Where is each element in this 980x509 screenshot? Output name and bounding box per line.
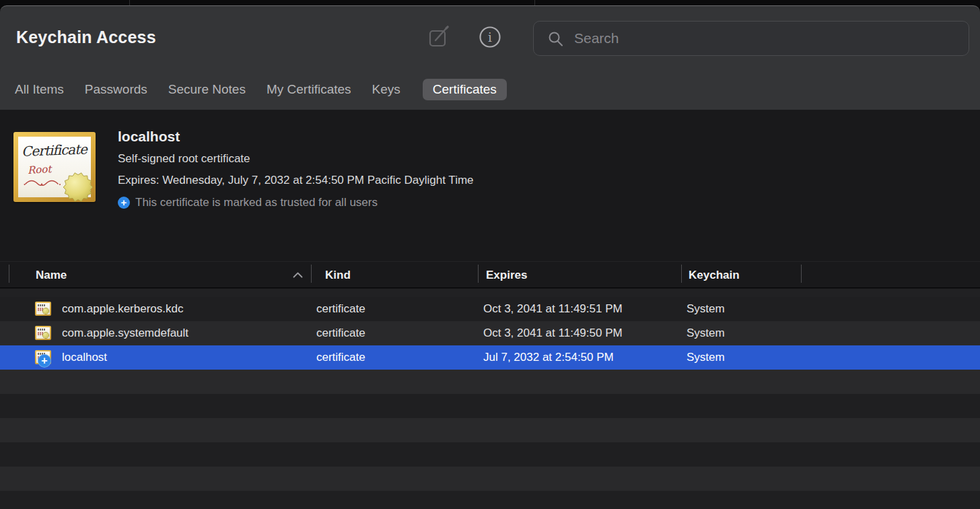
- certificate-root-icon: Certificate Root: [13, 132, 96, 202]
- desktop-background-strip: [0, 0, 980, 5]
- empty-list-stripe: [0, 467, 980, 491]
- certificate-icon-detail: [38, 329, 45, 331]
- cell-name: com.apple.systemdefault: [62, 321, 188, 345]
- cell-kind: certificate: [316, 297, 365, 321]
- cell-name: localhost: [62, 345, 107, 370]
- tab-certificates[interactable]: Certificates: [423, 79, 507, 100]
- content-area: Certificate Root: [0, 110, 980, 509]
- tab-keys[interactable]: Keys: [372, 79, 400, 100]
- seal-icon: [63, 172, 94, 203]
- background-divider: [534, 0, 535, 5]
- cell-kind: certificate: [316, 321, 365, 345]
- empty-list-stripe: [0, 418, 980, 442]
- cell-kind: certificate: [316, 345, 365, 370]
- empty-list-stripe: [0, 491, 980, 509]
- column-divider: [9, 265, 9, 283]
- certificate-icon-detail: [38, 304, 45, 306]
- flourish-icon: [24, 178, 63, 188]
- table-header: Name Kind Expires Keychain: [0, 261, 980, 288]
- category-tab-bar: All ItemsPasswordsSecure NotesMy Certifi…: [15, 78, 507, 101]
- search-input[interactable]: [563, 22, 969, 55]
- column-divider[interactable]: [478, 265, 479, 283]
- certificate-icon-detail: [38, 308, 43, 311]
- info-button[interactable]: i: [478, 26, 502, 50]
- tab-secure-notes[interactable]: Secure Notes: [168, 79, 246, 100]
- certificate-icon-detail: [38, 332, 43, 335]
- column-header-keychain[interactable]: Keychain: [689, 262, 740, 288]
- column-divider[interactable]: [801, 265, 802, 283]
- tab-my-certificates[interactable]: My Certificates: [267, 79, 351, 100]
- cell-keychain: System: [687, 321, 725, 345]
- trust-note-row: + This certificate is marked as trusted …: [118, 196, 378, 209]
- tab-all-items[interactable]: All Items: [15, 79, 64, 100]
- certificate-icon: [35, 326, 51, 340]
- empty-list-stripe: [0, 394, 980, 418]
- list-top-gap: [0, 289, 980, 297]
- svg-text:i: i: [488, 30, 492, 44]
- column-header-kind[interactable]: Kind: [325, 262, 351, 288]
- empty-list-stripe: [0, 370, 980, 394]
- table-row[interactable]: com.apple.systemdefault certificate Oct …: [0, 321, 980, 345]
- sort-ascending-icon: [293, 272, 303, 278]
- table-row[interactable]: + localhost certificate Jul 7, 2032 at 2…: [0, 345, 980, 370]
- plus-badge-icon: +: [118, 197, 130, 209]
- cell-expires: Oct 3, 2041 at 11:49:50 PM: [483, 321, 623, 345]
- certificate-icon-title: Certificate: [22, 141, 95, 160]
- compose-button[interactable]: [428, 25, 451, 49]
- certificate-icon-subtitle: Root: [28, 163, 52, 176]
- info-icon: i: [479, 40, 501, 50]
- window-toolbar: Keychain Access i: [0, 5, 980, 110]
- column-divider[interactable]: [311, 265, 312, 283]
- preview-subtitle: Self-signed root certificate: [118, 152, 250, 166]
- column-header-expires[interactable]: Expires: [486, 262, 527, 288]
- cell-keychain: System: [687, 345, 725, 370]
- trust-note-text: This certificate is marked as trusted fo…: [135, 196, 378, 209]
- column-divider[interactable]: [681, 265, 682, 283]
- search-field[interactable]: [533, 21, 969, 56]
- preview-expires: Expires: Wednesday, July 7, 2032 at 2:54…: [118, 174, 474, 187]
- empty-list-stripe: [0, 442, 980, 467]
- certificate-icon: [35, 302, 51, 316]
- background-divider: [129, 0, 130, 5]
- tab-passwords[interactable]: Passwords: [85, 79, 147, 100]
- certificate-paper: Certificate Root: [18, 137, 91, 197]
- cell-keychain: System: [687, 297, 725, 321]
- cell-expires: Oct 3, 2041 at 11:49:51 PM: [483, 297, 623, 321]
- cell-name: com.apple.kerberos.kdc: [62, 297, 183, 321]
- column-header-name[interactable]: Name: [36, 262, 67, 288]
- compose-icon: [429, 40, 450, 50]
- keychain-access-window: Keychain Access i: [0, 0, 980, 509]
- search-icon: [548, 31, 563, 46]
- preview-title: localhost: [118, 129, 180, 145]
- trusted-plus-badge-icon: +: [38, 354, 51, 368]
- certificate-icon: +: [35, 350, 51, 364]
- certificate-list: com.apple.kerberos.kdc certificate Oct 3…: [0, 289, 980, 509]
- table-row[interactable]: com.apple.kerberos.kdc certificate Oct 3…: [0, 297, 980, 321]
- page-title: Keychain Access: [16, 28, 156, 47]
- cell-expires: Jul 7, 2032 at 2:54:50 PM: [483, 345, 614, 370]
